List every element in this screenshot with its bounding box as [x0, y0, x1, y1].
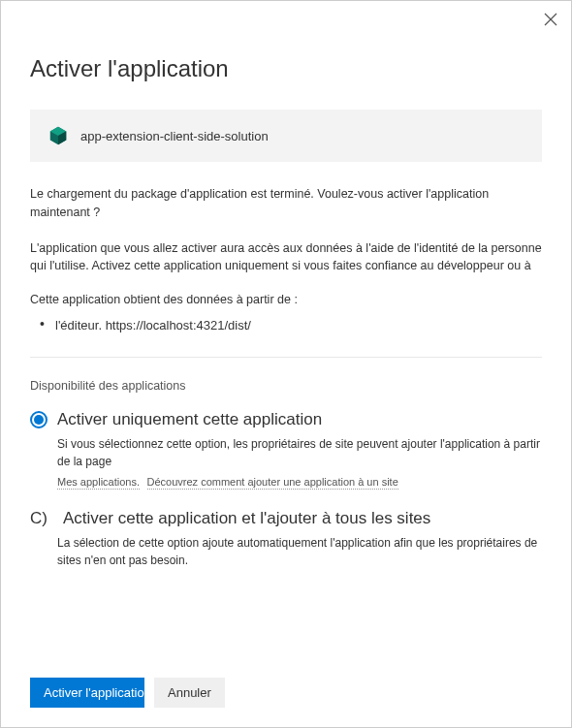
close-icon[interactable]	[544, 13, 557, 29]
data-source-label: Cette application obtient des données à …	[30, 293, 542, 306]
option-label: Activer cette application et l'ajouter à…	[63, 509, 430, 528]
cancel-button[interactable]: Annuler	[154, 678, 225, 708]
option-description: Si vous sélectionnez cette option, les p…	[30, 435, 542, 470]
package-icon	[48, 125, 69, 146]
data-source-list: l'éditeur. https://localhost:4321/dist/	[30, 316, 542, 335]
availability-label: Disponibilité des applications	[30, 379, 542, 393]
intro-text: Le chargement du package d'application e…	[30, 185, 542, 222]
access-text: L'application que vous allez activer aur…	[30, 239, 542, 276]
app-info-box: app-extension-client-side-solution	[30, 110, 542, 162]
dialog-title: Activer l'application	[30, 55, 542, 82]
divider	[30, 357, 542, 358]
option-sublink-learn[interactable]: Découvrez comment ajouter une applicatio…	[143, 476, 397, 490]
radio-selected-icon[interactable]	[30, 411, 48, 428]
option-description: La sélection de cette option ajoute auto…	[30, 534, 542, 569]
activate-button[interactable]: Activer l'application	[30, 678, 144, 708]
activate-app-dialog: Activer l'application app-extension-clie…	[1, 1, 571, 727]
option-sublink-myapps[interactable]: Mes applications.	[57, 476, 140, 490]
option-prefix: C)	[30, 509, 53, 528]
option-enable-only[interactable]: Activer uniquement cette application Si …	[30, 410, 542, 490]
data-source-item: l'éditeur. https://localhost:4321/dist/	[36, 316, 542, 335]
app-name: app-extension-client-side-solution	[80, 129, 269, 143]
option-label: Activer uniquement cette application	[57, 410, 322, 429]
option-enable-all-sites[interactable]: C) Activer cette application et l'ajoute…	[30, 509, 542, 571]
dialog-footer: Activer l'application Annuler	[30, 678, 542, 727]
